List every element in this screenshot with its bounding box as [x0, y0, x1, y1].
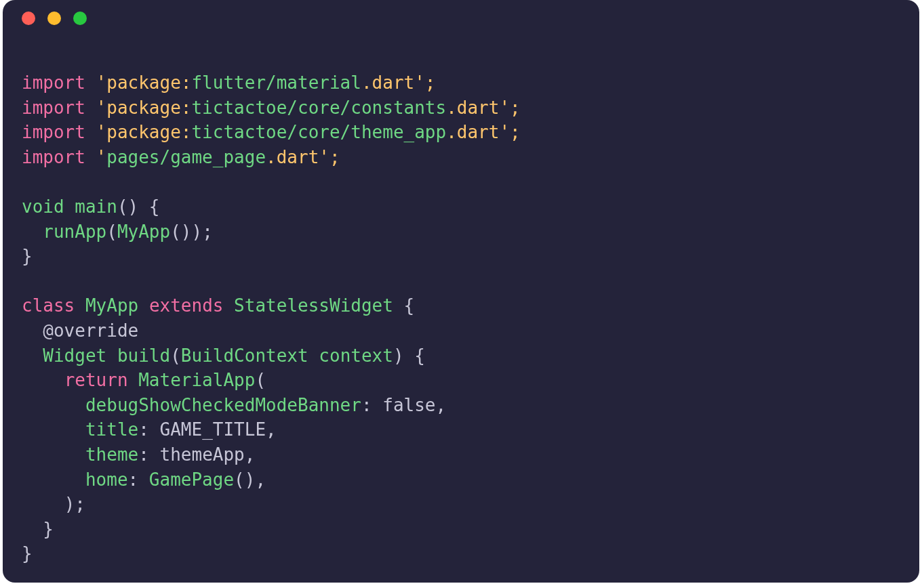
titlebar [3, 0, 919, 37]
keyword-import: import [22, 72, 85, 93]
minimize-icon[interactable] [47, 12, 61, 25]
code-window: import 'package:flutter/material.dart'; … [3, 0, 919, 583]
close-icon[interactable] [22, 12, 35, 25]
maximize-icon[interactable] [73, 12, 87, 25]
override-annotation: @override [43, 320, 138, 341]
code-area[interactable]: import 'package:flutter/material.dart'; … [3, 37, 919, 583]
